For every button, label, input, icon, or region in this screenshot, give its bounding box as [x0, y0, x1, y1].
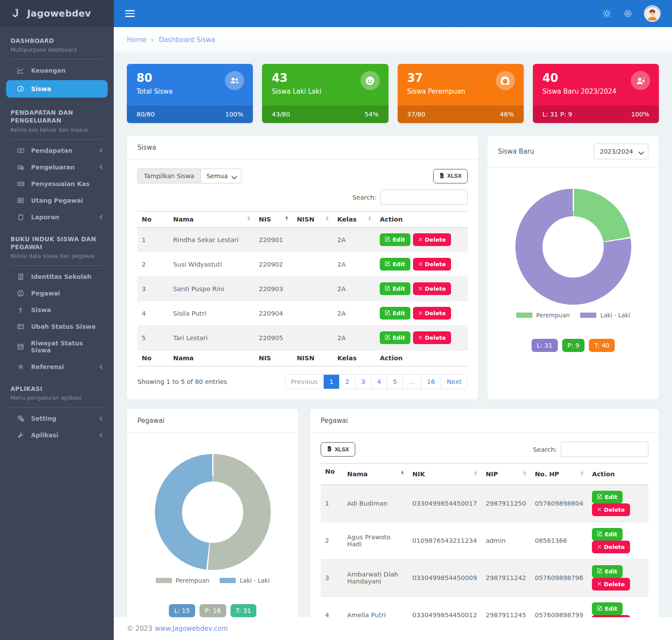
table-cell: Ambarwati Diah Handayani [343, 559, 408, 597]
sidebar-item-siswa[interactable]: Siswa [6, 80, 108, 98]
edit-button[interactable]: Edit [380, 258, 410, 271]
delete-button[interactable]: Delete [413, 233, 451, 246]
siswa-table-info: Showing 1 to 5 of 80 entries [137, 378, 227, 385]
legend-item[interactable]: Laki - Laki [220, 577, 270, 584]
edit-button[interactable]: Edit [380, 331, 410, 344]
pencil-square-icon [385, 285, 390, 292]
column-header-nama[interactable]: Nama▲▼ [169, 211, 255, 228]
page-button-1[interactable]: 1 [323, 375, 339, 389]
sidebar-item-pengeluaran[interactable]: Pengeluaran [0, 159, 114, 176]
page-button-3[interactable]: 3 [355, 375, 371, 389]
gear-icon[interactable] [623, 9, 633, 18]
stat-card: 37Siswa Perempuan37/8046% [398, 64, 524, 123]
chart-line-icon [17, 67, 24, 74]
legend-item[interactable]: Perempuan [156, 577, 210, 584]
stat-badge: P: 16 [200, 604, 226, 617]
column-header-nis[interactable]: NIS▲▼ [255, 211, 293, 228]
column-header-no-hp[interactable]: No. HP▲▼ [530, 464, 588, 485]
edit-button[interactable]: Edit [380, 233, 410, 246]
siswa-search-input[interactable] [380, 190, 468, 205]
clipboard-icon [17, 214, 24, 221]
legend-item[interactable]: Laki - Laki [580, 312, 630, 319]
sidebar-item-aplikasi[interactable]: Aplikasi [0, 427, 114, 443]
page-button-5[interactable]: 5 [387, 375, 402, 389]
chevron-left-icon [100, 365, 104, 369]
sidebar-item-riwayat-status-siswa[interactable]: Riwayat Status Siswa [0, 335, 114, 359]
sidebar-item-identitas-sekolah[interactable]: Identitas Sekolah [0, 268, 114, 285]
table-cell-action: EditDelete [375, 326, 468, 350]
footer-link[interactable]: www.Jagowebdev.com [155, 625, 228, 633]
edit-button[interactable]: Edit [592, 565, 623, 578]
column-header-nik[interactable]: NIK▲▼ [408, 464, 482, 485]
delete-button[interactable]: Delete [592, 578, 630, 591]
brightness-icon[interactable] [602, 9, 612, 18]
x-icon [418, 285, 423, 292]
edit-button[interactable]: Edit [380, 282, 410, 295]
hamburger-menu-icon[interactable] [125, 8, 135, 19]
xlsx-export-button[interactable]: x XLSX [321, 442, 355, 457]
page-button-16[interactable]: 16 [421, 375, 441, 389]
sidebar-item-laporan[interactable]: Laporan [0, 209, 114, 225]
page-button-next[interactable]: Next [441, 375, 467, 389]
table-cell: 0330499854450009 [408, 559, 482, 597]
siswa-baru-donut-chart [515, 189, 631, 305]
pegawai-search-input[interactable] [561, 442, 648, 457]
topbar [114, 0, 672, 27]
delete-button[interactable]: Delete [413, 258, 451, 271]
table-cell: 2987911245 [481, 597, 530, 618]
page-button-4[interactable]: 4 [371, 375, 387, 389]
topbar-actions [602, 5, 661, 22]
siswa-baru-panel: Siswa Baru 2023/2024 PerempuanLaki - Lak… [487, 136, 659, 400]
user-avatar[interactable] [644, 5, 661, 22]
svg-text:x: x [441, 175, 442, 177]
table-cell: 1 [137, 228, 169, 252]
sidebar-item-keuangan[interactable]: Keuangan [0, 62, 114, 79]
table-cell: 2987911250 [481, 485, 530, 522]
sidebar-item-utang-pegawai[interactable]: Utang Pegawai [0, 192, 114, 209]
column-header-nama[interactable]: Nama▲▼ [343, 464, 408, 485]
sidebar-item-pendapatan[interactable]: Pendapatan [0, 142, 114, 159]
stat-card-footer: L: 31 P: 9100% [533, 105, 659, 123]
legend-item[interactable]: Perempuan [516, 312, 570, 319]
table-cell: 2A [333, 277, 375, 301]
person-child-icon [17, 306, 24, 313]
edit-button[interactable]: Edit [592, 602, 623, 615]
xlsx-export-button[interactable]: x XLSX [433, 169, 468, 183]
banknote-icon [17, 180, 24, 187]
table-icon [17, 323, 24, 330]
sidebar-item-referensi[interactable]: Referensi [0, 359, 114, 375]
delete-button[interactable]: Delete [413, 282, 451, 295]
table-cell-action: EditDelete [588, 485, 648, 522]
column-header-nip[interactable]: NIP▲▼ [481, 464, 530, 485]
table-cell: 2A [333, 228, 375, 252]
sidebar-section: PENDAPATAN DAN PENGELUARANKelola kas kel… [0, 99, 114, 133]
table-row: 2Agus Prawoto Hadi0109876543211234admin0… [321, 522, 648, 559]
edit-button[interactable]: Edit [592, 528, 623, 541]
column-header-action: Action▲▼ [375, 211, 468, 228]
column-header-nisn[interactable]: NISN▲▼ [292, 211, 333, 228]
sidebar-item-penyesuaian-kas[interactable]: Penyesuaian Kas [0, 176, 114, 192]
table-cell: 057609898799 [530, 597, 588, 618]
delete-button[interactable]: Delete [413, 331, 451, 344]
delete-button[interactable]: Delete [592, 503, 630, 516]
sidebar-item-setting[interactable]: Setting [0, 410, 114, 427]
sidebar-item-siswa[interactable]: Siswa [0, 302, 114, 318]
year-select[interactable]: 2023/2024 [594, 144, 648, 159]
page-button-2[interactable]: 2 [339, 375, 355, 389]
siswa-filter-select[interactable]: Semua [200, 169, 242, 183]
delete-button[interactable]: Delete [592, 541, 630, 553]
pencil-square-icon [597, 605, 602, 612]
table-cell: 4 [137, 301, 169, 326]
edit-button[interactable]: Edit [592, 491, 623, 503]
pencil-square-icon [385, 261, 390, 267]
sidebar-item-pegawai[interactable]: Pegawai [0, 285, 114, 302]
column-header-kelas[interactable]: Kelas▲▼ [333, 211, 375, 228]
column-header-nisn: NISN [292, 350, 333, 366]
sort-arrows-icon: ▲▼ [474, 471, 477, 476]
table-cell: 5 [137, 326, 169, 350]
delete-button[interactable]: Delete [413, 307, 451, 320]
stat-card: 80Total Siswa80/80100% [127, 64, 253, 123]
breadcrumb-home-link[interactable]: Home [127, 36, 146, 44]
edit-button[interactable]: Edit [380, 307, 410, 320]
sidebar-item-ubah-status-siswa[interactable]: Ubah Status Siswa [0, 318, 114, 335]
